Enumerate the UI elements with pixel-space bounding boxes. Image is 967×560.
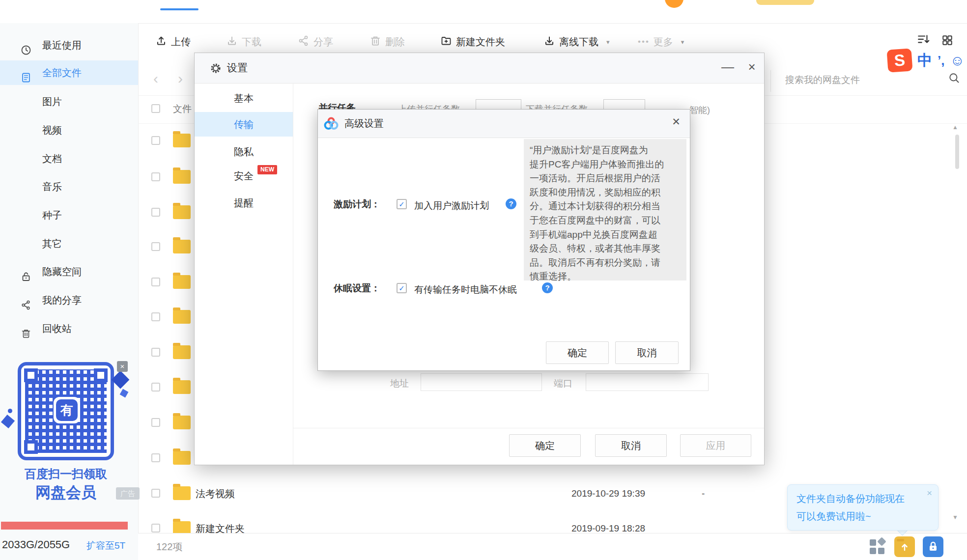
backup-folder-icon[interactable] xyxy=(894,536,915,557)
promo-caption: 百度扫一扫领取 xyxy=(18,466,114,482)
more-button[interactable]: ••• 更多 ▾ xyxy=(638,34,684,49)
new-badge: NEW xyxy=(257,165,277,174)
offline-download-button[interactable]: 离线下载 ▾ xyxy=(543,34,610,49)
upload-button[interactable]: 上传 xyxy=(155,34,191,49)
ime-punctuation-toggle[interactable]: ’, xyxy=(938,53,944,68)
minimize-icon[interactable]: — xyxy=(717,57,739,77)
qr-center-chip: 有 xyxy=(54,397,80,423)
folder-icon[interactable] xyxy=(173,416,191,429)
tab-privacy[interactable]: 隐私 xyxy=(195,140,293,164)
folder-icon[interactable] xyxy=(173,275,191,289)
offline-download-icon xyxy=(543,35,555,49)
sidebar-item-others[interactable]: 其它 xyxy=(0,231,138,256)
close-icon[interactable]: × xyxy=(117,361,128,372)
toolbar-label: 更多 xyxy=(654,35,673,49)
incentive-checkbox[interactable]: ✓ xyxy=(397,199,407,209)
avatar[interactable] xyxy=(665,0,683,8)
search-icon[interactable] xyxy=(948,72,960,86)
advanced-ok-button[interactable]: 确定 xyxy=(546,341,609,364)
tab-reminder[interactable]: 提醒 xyxy=(195,191,293,215)
row-checkbox[interactable] xyxy=(151,208,160,217)
sleep-checkbox[interactable]: ✓ xyxy=(397,283,407,293)
folder-icon[interactable] xyxy=(173,170,191,184)
folder-icon[interactable] xyxy=(173,134,191,147)
sogou-logo-icon[interactable]: S xyxy=(886,48,912,72)
new-folder-button[interactable]: 新建文件夹 xyxy=(440,34,505,49)
sidebar-item-hidden-space[interactable]: 隐藏空间 xyxy=(0,259,138,284)
row-checkbox[interactable] xyxy=(151,278,160,286)
settings-dialog-title: 设置 xyxy=(227,61,248,75)
decor-dot xyxy=(8,409,12,413)
advanced-dialog-title: 高级设置 xyxy=(344,117,384,130)
delete-button[interactable]: 删除 xyxy=(370,34,405,49)
sidebar-item-videos[interactable]: 视频 xyxy=(0,118,138,142)
sort-icon[interactable] xyxy=(917,33,931,48)
grid-view-icon[interactable] xyxy=(941,34,953,48)
close-icon[interactable]: × xyxy=(927,488,932,499)
qr-code-ad[interactable]: 有 xyxy=(18,362,114,460)
apps-grid-icon[interactable] xyxy=(870,539,885,555)
scroll-up-icon[interactable]: ▲ xyxy=(952,124,958,131)
sidebar-item-my-shares[interactable]: 我的分享 xyxy=(0,288,138,312)
chevron-down-icon[interactable]: ▾ xyxy=(681,38,684,46)
settings-apply-button[interactable]: 应用 xyxy=(680,434,751,457)
ime-language-toggle[interactable]: 中 xyxy=(917,51,932,71)
sidebar-item-music[interactable]: 音乐 xyxy=(0,174,138,199)
lock-safe-icon[interactable] xyxy=(923,536,943,557)
row-checkbox[interactable] xyxy=(151,489,160,498)
toolbar-label: 离线下载 xyxy=(559,35,598,49)
sidebar-item-label: 最近使用 xyxy=(42,33,82,57)
help-icon[interactable]: ? xyxy=(542,282,553,293)
sidebar-item-torrents[interactable]: 种子 xyxy=(0,203,138,227)
folder-icon[interactable] xyxy=(173,240,191,253)
search-input[interactable]: 搜索我的网盘文件 xyxy=(785,74,860,86)
row-checkbox[interactable] xyxy=(151,418,160,427)
row-checkbox[interactable] xyxy=(151,242,160,251)
row-checkbox[interactable] xyxy=(151,453,160,462)
folder-icon[interactable] xyxy=(173,205,191,219)
row-checkbox[interactable] xyxy=(151,312,160,321)
row-checkbox[interactable] xyxy=(151,172,160,181)
incentive-checkbox-label[interactable]: 加入用户激励计划 xyxy=(414,199,489,212)
download-button[interactable]: 下载 xyxy=(226,34,261,49)
sleep-checkbox-label[interactable]: 有传输任务时电脑不休眠 xyxy=(414,283,517,296)
folder-icon[interactable] xyxy=(173,310,191,324)
sidebar-item-recent[interactable]: 最近使用 xyxy=(0,33,138,57)
proxy-address-input[interactable] xyxy=(421,373,542,391)
select-all-checkbox[interactable] xyxy=(151,104,160,113)
folder-icon[interactable] xyxy=(173,451,191,465)
sidebar-item-recycle-bin[interactable]: 回收站 xyxy=(0,316,138,341)
forward-button[interactable]: › xyxy=(178,70,183,87)
scroll-down-icon[interactable]: ▼ xyxy=(952,514,958,521)
settings-cancel-button[interactable]: 取消 xyxy=(595,434,667,457)
back-button[interactable]: ‹ xyxy=(153,70,158,87)
chevron-down-icon[interactable]: ▾ xyxy=(606,38,610,46)
sidebar-item-pictures[interactable]: 图片 xyxy=(0,89,138,114)
item-count: 122项 xyxy=(156,540,182,554)
file-name[interactable]: 法考视频 xyxy=(196,487,235,501)
advanced-dialog-titlebar: 高级设置 ✕ xyxy=(318,110,690,138)
share-button[interactable]: 分享 xyxy=(298,34,333,49)
close-icon[interactable]: ✕ xyxy=(666,112,686,132)
advanced-cancel-button[interactable]: 取消 xyxy=(615,341,679,364)
row-checkbox[interactable] xyxy=(151,348,160,357)
row-checkbox[interactable] xyxy=(151,383,160,392)
sidebar-item-documents[interactable]: 文档 xyxy=(0,146,138,171)
folder-icon[interactable] xyxy=(173,380,191,394)
row-checkbox[interactable] xyxy=(151,524,160,532)
tab-security[interactable]: 安全 xyxy=(195,164,293,188)
ime-emoji-icon[interactable]: ☺ xyxy=(950,53,965,69)
sidebar-item-all-files[interactable]: 全部文件 xyxy=(0,60,138,85)
folder-icon[interactable] xyxy=(173,345,191,359)
row-checkbox[interactable] xyxy=(151,136,160,145)
close-icon[interactable]: × xyxy=(741,57,763,77)
help-icon[interactable]: ? xyxy=(506,198,516,209)
proxy-port-input[interactable] xyxy=(586,373,709,391)
toolbar-label: 新建文件夹 xyxy=(456,35,505,49)
tab-transfer[interactable]: 传输 xyxy=(195,112,293,137)
scrollbar-thumb[interactable] xyxy=(955,135,959,169)
storage-upgrade-link[interactable]: 扩容至5T xyxy=(86,539,125,552)
vip-button[interactable] xyxy=(756,0,814,5)
tab-basic[interactable]: 基本 xyxy=(195,86,293,111)
settings-ok-button[interactable]: 确定 xyxy=(509,434,581,457)
